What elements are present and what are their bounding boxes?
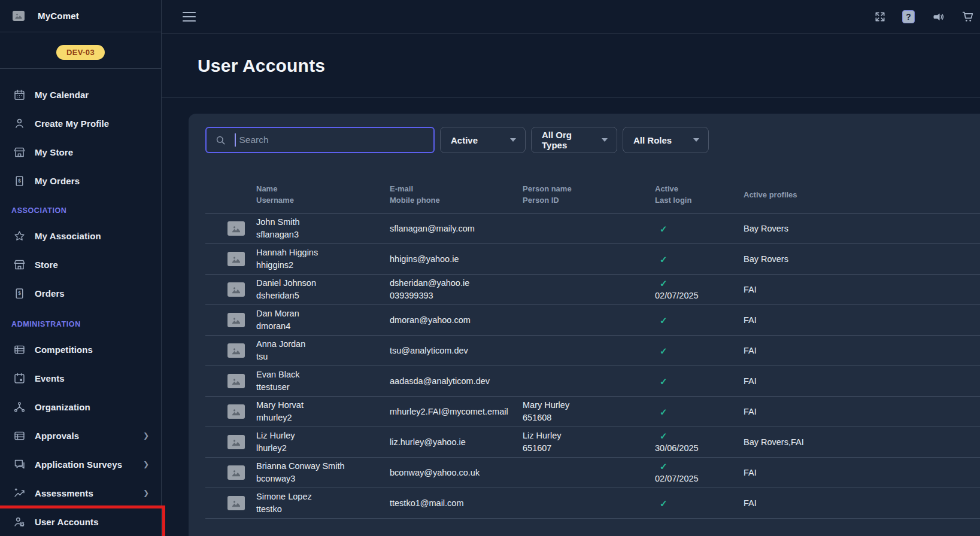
role-filter-dropdown[interactable]: All Roles xyxy=(623,127,709,153)
table-row[interactable]: Dan Moran dmoran4 dmoran@yahoo.com FAI xyxy=(205,305,980,336)
person-name: Mary Hurley xyxy=(523,399,655,412)
table-row[interactable]: John Smith sflanagan3 sflanagan@maily.co… xyxy=(205,214,980,244)
help-icon[interactable] xyxy=(902,10,915,23)
app-logo[interactable]: MyComet xyxy=(0,0,161,32)
storefront-icon xyxy=(13,146,26,159)
user-full-name: Hannah Higgins xyxy=(256,246,390,259)
chevron-right-icon xyxy=(143,431,149,440)
sidebar-item-my-association[interactable]: My Association xyxy=(0,221,161,250)
sidebar-item-label: Organization xyxy=(35,402,149,412)
active-profiles: FAI xyxy=(744,346,757,355)
email-cell: dmoran@yahoo.com xyxy=(390,314,523,327)
logo-image-placeholder-icon xyxy=(13,11,25,21)
status-filter-dropdown[interactable]: Active xyxy=(440,127,526,153)
hamburger-menu-icon[interactable] xyxy=(183,11,196,22)
table-row[interactable]: Evan Black ttestuser aadasda@analyticom.… xyxy=(205,366,980,397)
avatar-placeholder-icon xyxy=(227,221,245,236)
avatar-cell xyxy=(227,465,256,480)
search-icon xyxy=(215,135,226,146)
table-row[interactable]: Daniel Johnson dsheridan5 dsheridan@yaho… xyxy=(205,275,980,305)
avatar-cell xyxy=(227,282,256,297)
table-list-icon xyxy=(13,343,26,356)
active-check-icon xyxy=(655,406,744,418)
avatar-placeholder-icon xyxy=(227,374,245,388)
sidebar-item-assessments[interactable]: Assessments xyxy=(0,479,161,507)
username: ttestko xyxy=(256,503,390,516)
table-header: NameUsername E-mailMobile phone Person n… xyxy=(205,183,980,214)
org-type-filter-dropdown[interactable]: All Org Types xyxy=(531,127,617,153)
avatar-placeholder-icon xyxy=(227,313,245,327)
sidebar-item-application-surveys[interactable]: Application Surveys xyxy=(0,450,161,479)
active-profiles: FAI xyxy=(744,407,757,416)
active-profiles: Bay Rovers xyxy=(744,254,788,264)
status-filter-value: Active xyxy=(451,135,478,145)
search-input[interactable] xyxy=(239,135,427,145)
sidebar-item-my-store[interactable]: My Store xyxy=(0,138,161,166)
sidebar-section-administration: ADMINISTRATION xyxy=(0,313,161,335)
email-cell: ttestko1@mail.com xyxy=(390,497,523,510)
sidebar-item-create-my-profile[interactable]: Create My Profile xyxy=(0,109,161,138)
active-profiles: Bay Rovers,FAI xyxy=(744,437,804,447)
user-full-name: Daniel Johnson xyxy=(256,277,390,290)
table-row[interactable]: Simone Lopez ttestko ttestko1@mail.com F… xyxy=(205,488,980,519)
calendar-icon xyxy=(13,89,26,101)
sidebar-nav: My Calendar Create My Profile My Store $… xyxy=(0,69,161,536)
active-profiles: FAI xyxy=(744,285,757,294)
svg-text:$: $ xyxy=(18,178,21,184)
name-cell: Hannah Higgins hhiggins2 xyxy=(256,246,390,272)
sidebar-item-competitions[interactable]: Competitions xyxy=(0,335,161,364)
active-cell xyxy=(655,314,744,327)
name-cell: Liz Hurley lhurley2 xyxy=(256,430,390,455)
sidebar-item-label: Approvals xyxy=(35,431,134,441)
active-cell: 02/07/2025 xyxy=(655,277,744,302)
sidebar-item-label: User Accounts xyxy=(35,517,149,527)
active-check-icon xyxy=(655,497,744,510)
fullscreen-icon[interactable] xyxy=(874,11,886,23)
username: lhurley2 xyxy=(256,442,390,455)
content-area: Active All Org Types All Roles xyxy=(162,98,980,536)
sidebar-item-organization[interactable]: Organization xyxy=(0,392,161,421)
sidebar-item-store[interactable]: Store xyxy=(0,250,161,279)
last-login: 02/07/2025 xyxy=(655,473,744,485)
table-body: John Smith sflanagan3 sflanagan@maily.co… xyxy=(205,214,980,519)
svg-text:$: $ xyxy=(18,290,21,296)
sidebar-item-my-orders[interactable]: $ My Orders xyxy=(0,166,161,195)
sidebar-item-my-calendar[interactable]: My Calendar xyxy=(0,80,161,109)
name-cell: Brianna Conway Smith bconway3 xyxy=(256,460,390,485)
user-full-name: Evan Black xyxy=(256,368,390,381)
shopping-cart-icon[interactable] xyxy=(961,10,975,23)
username: mhurley2 xyxy=(256,412,390,424)
topbar-actions xyxy=(874,10,975,23)
active-cell: 02/07/2025 xyxy=(655,460,744,485)
user-full-name: Mary Horvat xyxy=(256,399,390,412)
avatar-cell xyxy=(227,496,256,510)
sidebar-item-approvals[interactable]: Approvals xyxy=(0,421,161,450)
avatar-cell xyxy=(227,374,256,388)
email-cell: dsheridan@yahoo.ie 039399393 xyxy=(390,277,523,302)
user-full-name: Liz Hurley xyxy=(256,430,390,442)
table-row[interactable]: Liz Hurley lhurley2 liz.hurley@yahoo.ie … xyxy=(205,427,980,458)
table-row[interactable]: Hannah Higgins hhiggins2 hhigins@yahoo.i… xyxy=(205,244,980,275)
table-row[interactable]: Mary Horvat mhurley2 mhurley2.FAI@mycome… xyxy=(205,397,980,427)
avatar-cell xyxy=(227,404,256,419)
avatar-cell xyxy=(227,221,256,236)
email: bconway@yahoo.co.uk xyxy=(390,467,523,479)
header-name-username: NameUsername xyxy=(256,183,390,206)
announcements-icon[interactable] xyxy=(931,11,945,23)
active-profiles-cell: Bay Rovers xyxy=(744,223,980,235)
sidebar-item-orders[interactable]: $ Orders xyxy=(0,279,161,307)
filters-bar: Active All Org Types All Roles xyxy=(205,127,980,153)
receipt-icon: $ xyxy=(13,175,26,187)
person-name: Liz Hurley xyxy=(523,430,655,442)
avatar-cell xyxy=(227,313,256,327)
active-check-icon xyxy=(655,460,744,473)
active-profiles-cell: FAI xyxy=(744,345,980,357)
avatar-cell xyxy=(227,252,256,266)
email: hhigins@yahoo.ie xyxy=(390,253,523,266)
table-row[interactable]: Anna Jordan tsu tsu@analyticom.dev FAI xyxy=(205,336,980,366)
table-row[interactable]: Brianna Conway Smith bconway3 bconway@ya… xyxy=(205,458,980,488)
sidebar-item-events[interactable]: Events xyxy=(0,364,161,392)
sidebar-item-user-accounts[interactable]: User Accounts xyxy=(0,507,161,536)
person-id: 651607 xyxy=(523,442,655,455)
active-profiles-cell: FAI xyxy=(744,406,980,418)
